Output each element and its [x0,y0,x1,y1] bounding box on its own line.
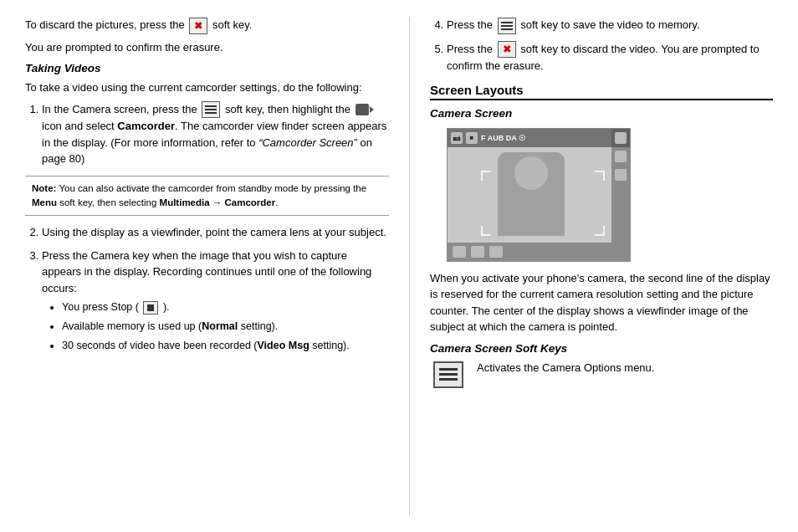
left-column: To discard the pictures, press the ✖ sof… [25,17,410,515]
note-label: Note: [32,183,56,193]
step-2: Using the display as a viewfinder, point… [42,224,389,241]
taking-videos-intro: To take a video using the current camcor… [25,79,389,96]
steps-list: In the Camera screen, press the soft key… [42,101,389,167]
softkey-label: soft key. [212,18,252,31]
step-5: Press the ✖ soft key to discard the vide… [447,41,773,74]
step-1: In the Camera screen, press the soft key… [42,101,389,167]
camcorder-icon [356,104,369,115]
note-box: Note: You can also activate the camcorde… [25,176,389,217]
taking-videos-title: Taking Videos [25,62,389,74]
menu-icon [202,101,220,118]
cam-icon-2: ■ [466,132,478,144]
menu-icon-r4 [498,18,516,34]
bullets-list: You press Stop ( ). Available memory is … [62,299,389,353]
stop-icon [143,301,158,315]
screen-layouts-title: Screen Layouts [430,83,773,100]
focus-br [595,226,605,236]
steps-list-cont: Using the display as a viewfinder, point… [42,224,389,353]
focus-tl [481,171,491,181]
focus-tr [595,171,605,181]
x-icon: ✖ [189,18,207,34]
cam-bot-icon-2 [471,246,484,258]
right-column: Press the soft key to save the video to … [410,17,773,515]
cam-icon-1: 📷 [451,132,463,144]
cam-bot-icon-1 [453,246,466,258]
soft-key-desc: Activates the Camera Options menu. [477,361,654,374]
soft-keys-title: Camera Screen Soft Keys [430,342,773,355]
cam-bottombar [448,243,611,261]
cam-topbar: 📷 ■ F AUB DA ☉ [448,129,630,147]
cam-scene [498,152,565,236]
focus-bl [481,226,491,236]
step-3: Press the Camera key when the image that… [42,248,389,354]
step-4: Press the soft key to save the video to … [447,17,773,34]
note-text: You can also activate the camcorder from… [32,183,366,207]
cam-right-icon-3 [615,169,627,181]
cam-bot-icon-3 [489,246,503,258]
discard-text: To discard the pictures, press the [25,18,185,31]
intro-discard: To discard the pictures, press the ✖ sof… [25,17,389,34]
camera-screen-image: 📷 ■ F AUB DA ☉ [447,128,631,262]
cam-right-icon-2 [615,151,627,162]
camera-screen-subtitle: Camera Screen [430,107,773,120]
bullet-2: Available memory is used up (Normal sett… [62,319,389,335]
bullet-3: 30 seconds of video have been recorded (… [62,338,389,354]
cam-top-text: F AUB DA ☉ [481,134,525,142]
cam-person-head [514,156,548,190]
camera-screen-desc: When you activate your phone’s camera, t… [430,270,773,335]
cam-right-icon-1 [615,132,627,144]
bullet-1: You press Stop ( ). [62,299,389,315]
cam-rightbar [611,129,630,261]
soft-key-row: Activates the Camera Options menu. [430,361,773,388]
softkey-large-icon [433,361,463,388]
right-steps: Press the soft key to save the video to … [447,17,773,74]
confirm-erasure: You are prompted to confirm the erasure. [25,39,389,56]
x-icon-r5: ✖ [498,41,516,58]
